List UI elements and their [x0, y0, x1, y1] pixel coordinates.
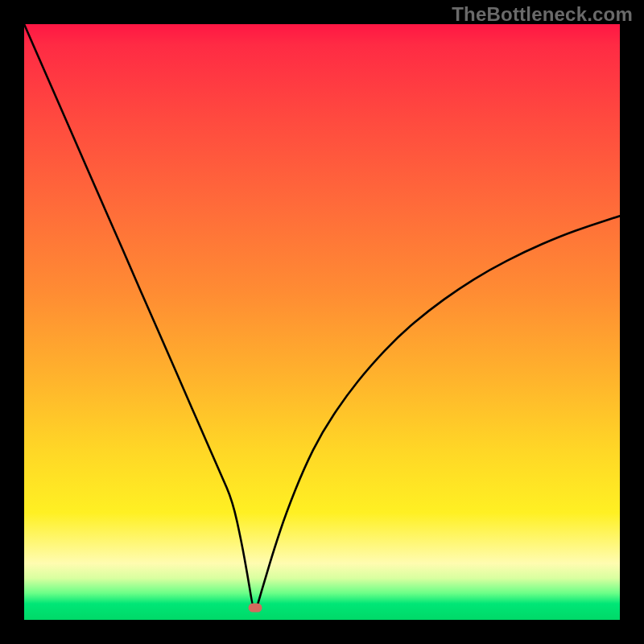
operating-point-marker [249, 604, 262, 613]
bottleneck-curve [24, 24, 620, 620]
plot-area [24, 24, 620, 620]
curve-right-branch [258, 216, 620, 604]
curve-left-branch [24, 24, 252, 605]
chart-frame: TheBottleneck.com [0, 0, 644, 644]
watermark-text: TheBottleneck.com [452, 3, 633, 26]
